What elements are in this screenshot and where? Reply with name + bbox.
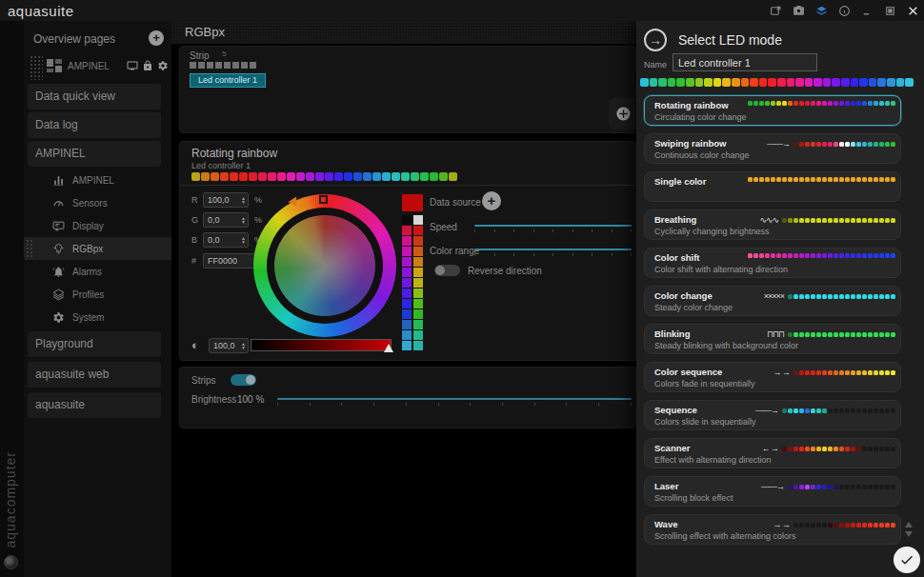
palette-swatch[interactable] <box>413 226 423 235</box>
led-mode-laser[interactable]: LaserScrolling block effect――→ <box>644 476 901 507</box>
led-mode-color-sequence[interactable]: Color sequenceColors fade in sequentiall… <box>644 362 901 392</box>
strip-led-square[interactable] <box>207 62 213 69</box>
sidebar-section-ampinel[interactable]: AMPINEL <box>28 141 161 167</box>
brightness-gradient-handle[interactable] <box>384 344 393 352</box>
palette-swatch[interactable] <box>413 309 423 319</box>
sidebar-item-sensors[interactable]: Sensors <box>24 191 171 214</box>
brightness-input[interactable]: 100,0 ▲▼ <box>209 338 249 353</box>
footer-brightness-slider[interactable] <box>277 398 632 400</box>
camera-icon[interactable] <box>792 4 806 18</box>
strips-toggle[interactable] <box>231 374 256 386</box>
palette-swatch[interactable] <box>413 257 423 267</box>
palette-swatch[interactable] <box>402 278 412 288</box>
sidebar-item-rgbpx[interactable]: RGBpx <box>24 237 171 260</box>
palette-swatch[interactable] <box>413 215 423 225</box>
sidebar-section-data-quick-view[interactable]: Data quick view <box>28 84 161 109</box>
palette-swatch[interactable] <box>413 320 423 329</box>
sidebar-item-ampinel[interactable]: AMPINEL <box>24 169 171 191</box>
sidebar-section-data-log[interactable]: Data log <box>28 112 161 138</box>
led-mode-sequence[interactable]: SequenceColors slide in sequentially――→ <box>644 400 901 430</box>
palette-swatch[interactable] <box>413 299 423 308</box>
add-data-source-button[interactable]: + <box>482 191 501 210</box>
strip-led-square[interactable] <box>232 62 239 69</box>
palette-swatch[interactable] <box>413 247 423 256</box>
name-input[interactable] <box>673 53 817 71</box>
palette-swatch[interactable] <box>402 257 412 267</box>
brightness-gradient-bar[interactable] <box>251 339 392 351</box>
export-icon[interactable] <box>769 4 783 18</box>
sidebar-item-profiles[interactable]: Profiles <box>24 283 171 306</box>
lock-icon[interactable] <box>142 60 153 71</box>
led-mode-color-change[interactable]: Color changeSteady color change××××× <box>644 286 901 316</box>
led-mode-single-color[interactable]: Single color <box>644 171 901 202</box>
palette-swatch[interactable] <box>413 268 423 277</box>
confirm-check-button[interactable] <box>894 547 920 573</box>
strip-led-square[interactable] <box>215 62 222 69</box>
hex-input[interactable]: FF0000 <box>203 253 256 269</box>
sidebar-item-system[interactable]: System <box>24 306 171 328</box>
add-icon[interactable] <box>615 106 632 122</box>
maximize-icon[interactable] <box>883 4 897 18</box>
blue-input[interactable]: 0,0 ▲▼ <box>203 232 249 248</box>
palette-swatch[interactable] <box>402 268 412 277</box>
palette-swatch[interactable] <box>402 226 412 235</box>
strip-led-square[interactable] <box>224 62 231 69</box>
blue-stepper[interactable]: ▲▼ <box>241 236 246 244</box>
arrow-right-circle-icon[interactable]: → <box>644 29 667 51</box>
palette-swatch[interactable] <box>413 236 423 246</box>
red-input[interactable]: 100,0 ▲▼ <box>203 192 249 208</box>
palette-swatch[interactable] <box>402 215 412 225</box>
palette-swatch[interactable] <box>402 341 412 350</box>
drag-handle-dots[interactable] <box>30 55 43 80</box>
strip-led-squares[interactable] <box>190 62 256 69</box>
sidebar-overview-item-ampinel[interactable]: AMPINEL <box>47 53 169 78</box>
minimize-icon[interactable] <box>860 4 874 18</box>
green-input[interactable]: 0,0 ▲▼ <box>203 212 249 228</box>
saturation-disc[interactable] <box>274 215 375 316</box>
palette-swatch[interactable] <box>413 278 423 288</box>
palette-swatch[interactable] <box>402 309 412 319</box>
led-mode-rotating-rainbow[interactable]: Rotating rainbowCirculating color change <box>644 95 901 126</box>
sidebar-section-aquasuite-web[interactable]: aquasuite web <box>28 362 161 388</box>
strip-led-square[interactable] <box>250 62 256 69</box>
sidebar-section-playground[interactable]: Playground <box>28 331 161 357</box>
palette-swatch[interactable] <box>402 299 412 308</box>
hue-marker[interactable] <box>319 195 328 204</box>
palette-swatch[interactable] <box>402 236 412 246</box>
primary-color-swatch[interactable] <box>402 194 423 211</box>
speed-slider[interactable] <box>474 225 632 227</box>
palette-swatch[interactable] <box>413 341 423 350</box>
scroll-down-icon[interactable] <box>905 531 913 537</box>
scroll-up-icon[interactable] <box>905 522 913 527</box>
palette-swatch[interactable] <box>402 320 412 329</box>
palette-swatch[interactable] <box>402 330 412 340</box>
strip-led-square[interactable] <box>190 62 196 69</box>
led-mode-color-shift[interactable]: Color shiftColor shift with alternating … <box>644 248 901 278</box>
palette-swatch[interactable] <box>402 288 412 298</box>
palette-swatch[interactable] <box>402 247 412 256</box>
palette-swatch[interactable] <box>413 288 423 298</box>
brightness-stepper[interactable]: ▲▼ <box>241 342 246 349</box>
color-range-slider[interactable] <box>474 249 632 250</box>
led-mode-breathing[interactable]: BreathingCyclically changing brightness∿… <box>644 209 901 240</box>
led-mode-scanner[interactable]: ScannerEffect with alternating direction… <box>644 438 901 468</box>
sidebar-item-alarms[interactable]: Alarms <box>24 260 171 283</box>
led-mode-blinking[interactable]: BlinkingSteady blinking with background … <box>644 324 901 354</box>
gear-icon[interactable] <box>157 60 169 71</box>
info-icon[interactable] <box>837 4 852 18</box>
add-overview-page-button[interactable]: + <box>149 30 164 46</box>
sidebar-section-aquasuite[interactable]: aquasuite <box>28 392 161 418</box>
monitor-icon[interactable] <box>127 60 138 71</box>
palette-swatch[interactable] <box>413 330 423 340</box>
tab-led-controller-1[interactable]: Led controller 1 <box>190 73 266 88</box>
sidebar-item-display[interactable]: Display <box>24 214 171 237</box>
reverse-direction-toggle[interactable] <box>434 265 460 276</box>
led-mode-wave[interactable]: WaveScrolling effect with alternating co… <box>644 514 901 545</box>
color-wheel[interactable] <box>253 194 396 337</box>
red-stepper[interactable]: ▲▼ <box>241 196 246 204</box>
green-stepper[interactable]: ▲▼ <box>241 216 246 224</box>
strip-led-square[interactable] <box>198 62 205 69</box>
led-mode-swiping-rainbow[interactable]: Swiping rainbowContinuous color change――… <box>644 133 901 164</box>
close-icon[interactable] <box>906 4 920 18</box>
strip-led-square[interactable] <box>241 62 248 69</box>
